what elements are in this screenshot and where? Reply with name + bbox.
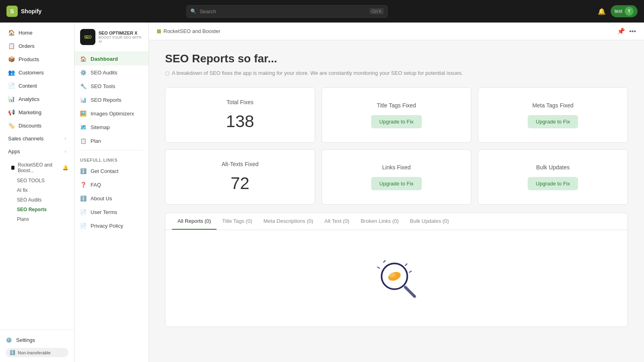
sidebar-item-label: Content — [19, 83, 37, 89]
customers-icon: 👥 — [8, 69, 14, 76]
sub-nav-ai-fix[interactable]: AI fix — [0, 185, 74, 195]
sidebar-item-home[interactable]: 🏠 Home — [2, 26, 72, 39]
app-nav: 🏠 Dashboard ⚙️ SEO Audits 🔧 SEO Tools 📊 … — [74, 52, 149, 148]
sitemap-icon: 🗺️ — [80, 124, 87, 130]
sidebar-item-discounts[interactable]: 🏷️ Discounts — [2, 119, 72, 132]
app-logo-icon: SEO — [80, 29, 95, 45]
content-icon: 📄 — [8, 82, 14, 89]
content-body: SEO Reports so far... ▢ A breakdown of S… — [149, 40, 644, 339]
app-nav-user-terms[interactable]: 📄 User Terms — [74, 205, 149, 219]
tab-all-reports[interactable]: All Reports (0) — [172, 213, 217, 230]
about-icon: ℹ️ — [80, 195, 87, 202]
shopify-brand-label: Shopify — [21, 8, 41, 14]
app-nav-seo-reports[interactable]: 📊 SEO Reports — [74, 93, 149, 107]
stat-label: Total Fixes — [227, 99, 254, 105]
sub-nav-seo-reports[interactable]: SEO Reports — [0, 205, 74, 214]
marketing-icon: 📢 — [8, 109, 14, 115]
orders-icon: 📋 — [8, 43, 14, 49]
sub-nav-rocketseo[interactable]: RocketSEO and Boost... 🔔 — [0, 160, 74, 176]
stat-card-bulk-updates: Bulk Updates Upgrade to Fix — [478, 149, 628, 205]
sidebar-item-analytics[interactable]: 📊 Analytics — [2, 93, 72, 105]
left-sidebar: 🏠 Home 📋 Orders 📦 Products 👥 Customers 📄… — [0, 23, 74, 362]
avatar: T — [625, 7, 634, 16]
upgrade-bulk-updates-button[interactable]: Upgrade to Fix — [528, 177, 578, 190]
sub-nav-seo-tools[interactable]: SEO TOOLS — [0, 176, 74, 185]
stat-value: 138 — [226, 112, 254, 131]
subtitle-text: A breakdown of SEO fixes the app is maki… — [172, 70, 463, 76]
app-nav-dashboard[interactable]: 🏠 Dashboard — [74, 52, 149, 66]
search-bar: 🔍 Ctrl K — [186, 5, 388, 18]
app-nav-label: Get Contact — [91, 168, 118, 174]
stats-grid: Total Fixes 138 Title Tags Fixed Upgrade… — [165, 87, 628, 205]
app-nav-label: Privacy Policy — [91, 223, 123, 229]
stat-card-alt-texts: Alt-Texts Fixed 72 — [165, 149, 315, 205]
sidebar-item-products[interactable]: 📦 Products — [2, 53, 72, 66]
app-sidebar: SEO SEO OPTIMIZER X BOOST YOUR SEO WITH … — [74, 23, 149, 362]
sidebar-item-orders[interactable]: 📋 Orders — [2, 39, 72, 52]
sidebar-item-label: Orders — [19, 43, 35, 49]
search-input[interactable] — [186, 5, 388, 18]
svg-line-5 — [384, 261, 385, 262]
tab-meta-descriptions[interactable]: Meta Descriptions (0) — [258, 213, 319, 230]
tab-title-tags[interactable]: Title Tags (0) — [217, 213, 258, 230]
contact-icon: ℹ️ — [80, 168, 87, 174]
pin-button[interactable]: 📌 — [617, 27, 625, 35]
empty-state-illustration — [372, 254, 421, 302]
settings-item[interactable]: ⚙️ Settings — [6, 335, 68, 346]
privacy-icon: 📄 — [80, 222, 87, 229]
report-tabs: All Reports (0) Title Tags (0) Meta Desc… — [165, 213, 627, 230]
page-title: SEO Reports so far... — [165, 52, 628, 65]
app-nav-plan[interactable]: 📋 Plan — [74, 134, 149, 148]
sidebar-item-content[interactable]: 📄 Content — [2, 79, 72, 92]
stat-value: 72 — [231, 174, 250, 193]
settings-label: Settings — [16, 337, 35, 343]
app-nav-label: Images Optimizerx — [91, 111, 134, 117]
shopify-logo: S Shopify — [6, 6, 79, 17]
app-nav-faq[interactable]: ❓ FAQ — [74, 178, 149, 191]
user-menu[interactable]: test T — [611, 5, 638, 17]
tab-alt-text[interactable]: Alt Text (0) — [319, 213, 355, 230]
main-content: RocketSEO and Booster 📌 ••• SEO Reports … — [149, 23, 644, 362]
upgrade-links-button[interactable]: Upgrade to Fix — [371, 177, 421, 190]
sub-nav-label: RocketSEO and Boost... — [18, 162, 59, 173]
tab-bulk-updates[interactable]: Bulk Updates (0) — [405, 213, 455, 230]
breadcrumb-app-name: RocketSEO and Booster — [163, 28, 221, 34]
app-nav-privacy-policy[interactable]: 📄 Privacy Policy — [74, 219, 149, 232]
app-nav-images[interactable]: 🖼️ Images Optimizerx — [74, 107, 149, 120]
upgrade-title-tags-button[interactable]: Upgrade to Fix — [371, 115, 421, 128]
upgrade-meta-tags-button[interactable]: Upgrade to Fix — [528, 115, 578, 128]
home-icon: 🏠 — [8, 29, 14, 36]
app-nav-label: Dashboard — [91, 56, 118, 62]
svg-line-8 — [409, 271, 411, 272]
app-nav-label: About Us — [91, 195, 112, 202]
left-sidebar-nav: 🏠 Home 📋 Orders 📦 Products 👥 Customers 📄… — [0, 23, 74, 329]
app-nav-get-contact[interactable]: ℹ️ Get Contact — [74, 164, 149, 178]
app-nav-seo-audits[interactable]: ⚙️ SEO Audits — [74, 66, 149, 79]
app-nav-sitemap[interactable]: 🗺️ Sitemap — [74, 120, 149, 134]
apps-row[interactable]: Apps › — [2, 145, 72, 158]
sub-nav-plans[interactable]: Plans — [0, 214, 74, 224]
non-transferable-label: Non-transferable — [18, 350, 51, 355]
stat-label: Title Tags Fixed — [377, 102, 416, 109]
sidebar-item-customers[interactable]: 👥 Customers — [2, 66, 72, 79]
app-nav-about-us[interactable]: ℹ️ About Us — [74, 191, 149, 205]
main-layout: 🏠 Home 📋 Orders 📦 Products 👥 Customers 📄… — [0, 23, 644, 362]
shopify-icon: S — [6, 6, 18, 17]
seo-audits-icon: ⚙️ — [80, 69, 87, 76]
app-nav-seo-tools[interactable]: 🔧 SEO Tools — [74, 79, 149, 93]
sub-nav-seo-audits[interactable]: SEO Audits — [0, 195, 74, 205]
search-shortcut: Ctrl K — [369, 8, 384, 14]
svg-line-6 — [378, 267, 380, 268]
user-terms-icon: 📄 — [80, 209, 87, 215]
more-button[interactable]: ••• — [629, 28, 636, 35]
sales-channels-text: Sales channels — [8, 136, 43, 142]
app-logo-text-block: SEO OPTIMIZER X BOOST YOUR SEO WITH AI — [99, 31, 143, 43]
notification-button[interactable]: 🔔 — [598, 8, 606, 15]
tab-broken-links[interactable]: Broken Links (0) — [355, 213, 405, 230]
stat-label: Meta Tags Fixed — [532, 102, 573, 109]
sidebar-item-label: Products — [19, 56, 39, 62]
apps-text: Apps — [8, 148, 20, 154]
sidebar-item-marketing[interactable]: 📢 Marketing — [2, 106, 72, 119]
sales-channels-row[interactable]: Sales channels › — [2, 132, 72, 145]
seo-reports-icon: 📊 — [80, 97, 87, 103]
